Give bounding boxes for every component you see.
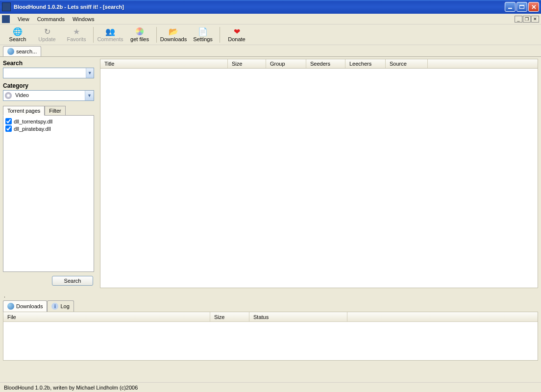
- col-status[interactable]: Status: [249, 312, 347, 321]
- category-label: Category: [3, 82, 94, 89]
- app-icon-small: [2, 15, 10, 23]
- checklist-label: dll_piratebay.dll: [14, 126, 51, 132]
- toolbar-downloads-button[interactable]: 📂 Downloads: [160, 25, 187, 44]
- checklist-item[interactable]: dll_torrentspy.dll: [5, 118, 92, 125]
- menubar: View Commands Windows _ ❐ ✕: [0, 14, 541, 24]
- info-icon: i: [51, 303, 58, 310]
- toolbar: 🌐 Search ↻ Update ★ Favorits 👥 Comments …: [0, 24, 541, 45]
- bottom-tabstrip: Downloads i Log: [0, 300, 541, 312]
- window-title: BloodHound 1.0.2b - Lets sniff it! - [se…: [14, 4, 505, 10]
- dvd-icon: [3, 91, 13, 100]
- search-input[interactable]: [3, 68, 86, 78]
- tab-downloads[interactable]: Downloads: [3, 300, 47, 312]
- folder-icon: 📂: [169, 27, 178, 36]
- download-icon: [7, 303, 14, 310]
- results-panel: Title Size Group Seeders Leechers Source: [97, 57, 541, 292]
- search-label: Search: [3, 60, 94, 67]
- tab-label: search...: [16, 49, 37, 54]
- col-group[interactable]: Group: [266, 59, 306, 68]
- plugin-checklist: dll_torrentspy.dll dll_piratebay.dll: [3, 115, 94, 272]
- toolbar-settings-button[interactable]: 📄 Settings: [189, 25, 217, 44]
- toolbar-favorits-button[interactable]: ★ Favorits: [63, 25, 90, 44]
- search-sidebar: Search ▼ Category Video ▼ Torrent pages …: [0, 57, 97, 292]
- chevron-down-icon[interactable]: ▼: [86, 68, 94, 78]
- chevron-down-icon[interactable]: ▼: [85, 91, 94, 100]
- menu-view[interactable]: View: [14, 15, 33, 23]
- globe-icon: 🌐: [13, 27, 22, 36]
- toolbar-separator: [220, 27, 220, 43]
- gear-icon: 📄: [198, 27, 207, 36]
- status-text: BloodHound 1.0.2b, writen by Michael Lin…: [4, 385, 138, 391]
- star-icon: ★: [72, 27, 81, 36]
- cd-icon: [135, 27, 144, 36]
- tab-label: Downloads: [16, 303, 43, 309]
- toolbar-search-button[interactable]: 🌐 Search: [4, 25, 31, 44]
- status-dot: .: [0, 292, 541, 300]
- tab-search[interactable]: search...: [3, 46, 41, 56]
- maximize-button[interactable]: [516, 2, 527, 12]
- tab-torrent-pages[interactable]: Torrent pages: [3, 106, 45, 116]
- checklist-label: dll_torrentspy.dll: [14, 119, 52, 124]
- refresh-icon: ↻: [43, 27, 51, 36]
- toolbar-separator: [156, 27, 157, 43]
- col-size[interactable]: Size: [228, 59, 266, 68]
- minimize-button[interactable]: [505, 2, 516, 12]
- people-icon: 👥: [106, 27, 115, 36]
- col-leechers[interactable]: Leechers: [345, 59, 386, 68]
- category-value: Video: [13, 91, 85, 100]
- search-button[interactable]: Search: [52, 276, 93, 286]
- col-size[interactable]: Size: [210, 312, 249, 321]
- category-combo[interactable]: Video ▼: [3, 90, 94, 101]
- toolbar-getfiles-button[interactable]: get files: [126, 25, 153, 44]
- search-combo[interactable]: ▼: [3, 68, 94, 78]
- titlebar: BloodHound 1.0.2b - Lets sniff it! - [se…: [0, 0, 541, 14]
- heart-icon: ❤: [232, 27, 241, 36]
- toolbar-separator: [93, 27, 94, 43]
- tab-label: Log: [60, 303, 69, 309]
- col-source[interactable]: Source: [386, 59, 428, 68]
- toolbar-update-button[interactable]: ↻ Update: [33, 25, 61, 44]
- checkbox[interactable]: [5, 125, 12, 132]
- toolbar-donate-button[interactable]: ❤ Donate: [223, 25, 250, 44]
- mdi-minimize-button[interactable]: _: [515, 16, 522, 23]
- tab-log[interactable]: i Log: [47, 300, 74, 312]
- document-tabstrip: search...: [0, 45, 541, 57]
- statusbar: BloodHound 1.0.2b, writen by Michael Lin…: [0, 382, 541, 392]
- col-seeders[interactable]: Seeders: [306, 59, 345, 68]
- col-title[interactable]: Title: [100, 59, 228, 68]
- menu-commands[interactable]: Commands: [33, 15, 69, 23]
- downloads-header: File Size Status: [3, 312, 538, 322]
- app-icon: [2, 2, 11, 11]
- downloads-panel: File Size Status: [3, 312, 538, 361]
- menu-windows[interactable]: Windows: [69, 15, 98, 23]
- tab-filter[interactable]: Filter: [45, 106, 65, 116]
- mdi-close-button[interactable]: ✕: [531, 16, 539, 23]
- close-button[interactable]: ✕: [528, 2, 539, 12]
- toolbar-comments-button[interactable]: 👥 Comments: [97, 25, 124, 44]
- mdi-restore-button[interactable]: ❐: [523, 16, 531, 23]
- checklist-item[interactable]: dll_piratebay.dll: [5, 125, 92, 132]
- results-body[interactable]: [100, 69, 538, 288]
- checkbox[interactable]: [5, 118, 12, 124]
- globe-small-icon: [7, 48, 14, 55]
- results-header: Title Size Group Seeders Leechers Source: [100, 59, 538, 69]
- col-file[interactable]: File: [3, 312, 210, 321]
